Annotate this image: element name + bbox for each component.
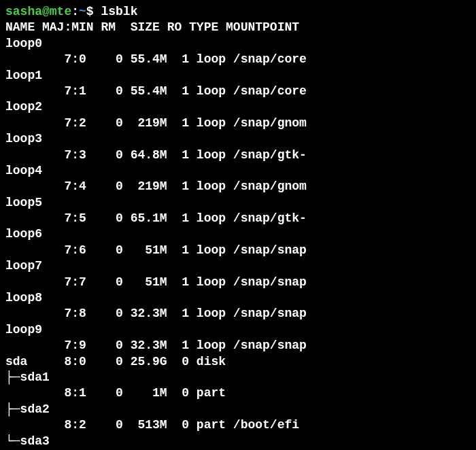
lsblk-row: sda 8:0 0 25.9G 0 disk <box>5 354 471 370</box>
lsblk-row: loop8 <box>5 290 471 306</box>
lsblk-row: 8:1 0 1M 0 part <box>5 385 471 401</box>
lsblk-row: loop9 <box>5 322 471 338</box>
lsblk-row: 7:7 0 51M 1 loop /snap/snap <box>5 275 471 290</box>
lsblk-row: 7:5 0 65.1M 1 loop /snap/gtk- <box>5 211 471 226</box>
command: lsblk <box>101 5 137 18</box>
lsblk-row: 7:6 0 51M 1 loop /snap/snap <box>5 243 471 258</box>
lsblk-row: 7:8 0 32.3M 1 loop /snap/snap <box>5 306 471 322</box>
lsblk-row: loop6 <box>5 226 471 242</box>
lsblk-row: ├─sda2 <box>5 402 471 417</box>
lsblk-row: loop5 <box>5 195 471 211</box>
lsblk-row: loop7 <box>5 258 471 274</box>
lsblk-row: 7:9 0 32.3M 1 loop /snap/snap <box>5 338 471 353</box>
lsblk-row: └─sda3 <box>5 434 471 449</box>
lsblk-row: 7:2 0 219M 1 loop /snap/gnom <box>5 116 471 131</box>
lsblk-row: 7:0 0 55.4M 1 loop /snap/core <box>5 52 471 67</box>
lsblk-row: 7:3 0 64.8M 1 loop /snap/gtk- <box>5 148 471 163</box>
prompt-line: sasha@mte:~$ lsblk <box>5 4 471 20</box>
lsblk-row: loop3 <box>5 131 471 147</box>
lsblk-row: ├─sda1 <box>5 370 471 385</box>
lsblk-row: 8:2 0 513M 0 part /boot/efi <box>5 417 471 433</box>
lsblk-row: 7:1 0 55.4M 1 loop /snap/core <box>5 84 471 99</box>
lsblk-row: loop4 <box>5 163 471 179</box>
lsblk-row: loop2 <box>5 99 471 115</box>
sep-colon: : <box>71 5 79 18</box>
sep-dollar: $ <box>86 5 101 18</box>
lsblk-row: loop0 <box>5 36 471 52</box>
lsblk-header: NAME MAJ:MIN RM SIZE RO TYPE MOUNTPOINT <box>5 20 471 35</box>
lsblk-row: loop1 <box>5 68 471 84</box>
lsblk-row: 7:4 0 219M 1 loop /snap/gnom <box>5 179 471 194</box>
path: ~ <box>79 5 86 18</box>
user-host: sasha@mte <box>5 5 71 18</box>
